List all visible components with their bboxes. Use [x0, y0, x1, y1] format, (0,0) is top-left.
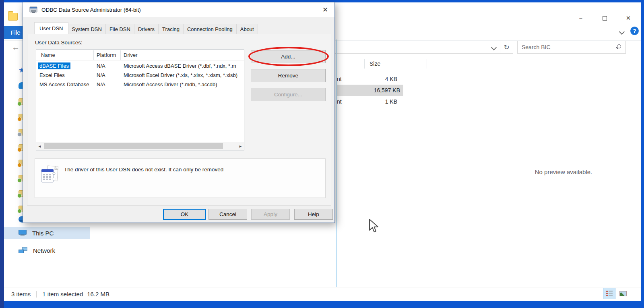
user-data-sources-label: User Data Sources: — [35, 40, 83, 46]
file-size[interactable]: 1 KB — [337, 98, 397, 105]
network-icon — [19, 247, 27, 254]
search-icon — [616, 44, 621, 50]
remove-button[interactable]: Remove — [251, 69, 326, 82]
dsn-list-header: Name Platform Driver — [36, 50, 244, 60]
ribbon-collapse-chevron-icon[interactable] — [619, 29, 624, 34]
apply-button: Apply — [251, 209, 290, 220]
dialog-title: ODBC Data Source Administrator (64-bit) — [41, 7, 141, 13]
minimize-button[interactable]: − — [572, 12, 590, 24]
status-selection-size: 16.2 MB — [87, 291, 109, 298]
scroll-left-icon[interactable]: ◄ — [36, 142, 43, 150]
this-pc-icon — [19, 230, 27, 236]
column-separator[interactable] — [364, 59, 365, 69]
dsn-name-selected: dBASE Files — [38, 62, 70, 69]
sync-status-badge — [17, 117, 22, 121]
dsn-platform: N/A — [97, 81, 105, 87]
thumbnail-view-icon — [619, 291, 627, 296]
explorer-folder-icon — [8, 13, 18, 21]
horizontal-scrollbar[interactable]: ◄ ► — [36, 142, 244, 150]
sidebar-item-this-pc[interactable]: This PC — [4, 227, 90, 239]
dsn-name: Excel Files — [39, 72, 65, 78]
platform-column-header[interactable]: Platform — [97, 52, 116, 58]
tab-strip: User DSN System DSN File DSN Drivers Tra… — [34, 22, 258, 34]
configure-button: Configure... — [251, 88, 326, 101]
tab-user-dsn[interactable]: User DSN — [34, 22, 68, 34]
annotation-red-ellipse — [248, 47, 329, 66]
thumbnail-view-button[interactable] — [617, 288, 629, 299]
dialog-close-icon[interactable]: ✕ — [319, 4, 331, 15]
status-selection: 1 item selected — [42, 291, 83, 298]
odbc-app-icon — [29, 6, 37, 13]
refresh-button[interactable]: ↻ — [500, 41, 513, 54]
preview-pane-message: No preview available. — [503, 169, 624, 175]
status-bar: 3 items 1 item selected 16.2 MB — [4, 287, 641, 301]
address-dropdown-chevron-icon[interactable] — [491, 45, 496, 50]
dsn-driver: Microsoft Access Driver (*.mdb, *.accdb) — [124, 81, 217, 87]
sync-status-badge — [17, 163, 22, 167]
tab-about[interactable]: About — [237, 24, 258, 34]
dsn-driver: Microsoft Access dBASE Driver (*.dbf, *.… — [124, 63, 236, 69]
sidebar-item-label: Network — [33, 247, 55, 254]
search-box[interactable] — [517, 41, 626, 54]
sync-status-badge — [17, 209, 22, 213]
back-button[interactable]: ← — [10, 42, 22, 52]
details-view-icon — [606, 291, 613, 296]
screen: − ✕ File ? ← ↻ Size nt 4 KB 16,597 KB nt… — [0, 0, 644, 308]
dsn-name: MS Access Database — [39, 81, 89, 87]
driver-column-header[interactable]: Driver — [124, 52, 138, 58]
file-size[interactable]: 16,597 KB — [340, 87, 400, 94]
tab-drivers[interactable]: Drivers — [134, 24, 159, 34]
sync-status-badge — [17, 194, 22, 198]
info-message: The driver of this User DSN does not exi… — [64, 166, 223, 173]
odbc-administrator-dialog: ODBC Data Source Administrator (64-bit) … — [23, 2, 335, 223]
close-button[interactable]: ✕ — [619, 12, 638, 24]
column-separator — [120, 50, 121, 60]
status-item-count: 3 items — [11, 291, 31, 298]
mouse-cursor — [369, 219, 379, 233]
frame-left-strip — [0, 0, 4, 308]
dsn-driver: Microsoft Excel Driver (*.xls, *.xlsx, *… — [124, 72, 237, 78]
quick-access-toolbar-divider — [21, 13, 21, 21]
size-column-header[interactable]: Size — [369, 60, 380, 67]
name-column-header[interactable]: Name — [41, 52, 55, 58]
scrollbar-thumb[interactable] — [44, 143, 223, 149]
tab-tracing[interactable]: Tracing — [159, 24, 184, 34]
tab-connection-pooling[interactable]: Connection Pooling — [184, 24, 237, 34]
tab-system-dsn[interactable]: System DSN — [68, 24, 106, 34]
sync-status-badge — [17, 148, 22, 152]
dsn-platform: N/A — [97, 72, 105, 78]
file-size[interactable]: 4 KB — [337, 76, 397, 82]
dsn-row-msaccess[interactable]: MS Access Database N/A Microsoft Access … — [36, 80, 244, 89]
status-divider — [36, 291, 37, 298]
maximize-button[interactable] — [595, 12, 614, 24]
help-button[interactable]: Help — [294, 209, 333, 220]
dsn-platform: N/A — [97, 63, 105, 69]
column-separator — [93, 50, 94, 60]
sync-status-badge — [17, 102, 22, 106]
sidebar-item-label: This PC — [32, 230, 54, 237]
sync-status-badge — [17, 178, 22, 183]
dsn-document-icon — [41, 164, 59, 185]
info-panel: The driver of this User DSN does not exi… — [35, 158, 326, 198]
sync-status-badge — [17, 132, 22, 137]
cancel-button[interactable]: Cancel — [208, 209, 247, 220]
details-view-button[interactable] — [603, 288, 615, 299]
dialog-title-bar[interactable]: ODBC Data Source Administrator (64-bit) … — [23, 2, 334, 17]
maximize-icon — [603, 16, 607, 21]
scroll-right-icon[interactable]: ► — [237, 142, 244, 150]
search-input[interactable] — [522, 44, 616, 50]
dsn-row-excel[interactable]: Excel Files N/A Microsoft Excel Driver (… — [36, 71, 244, 80]
ok-button[interactable]: OK — [163, 209, 206, 220]
column-separator[interactable] — [427, 59, 427, 69]
dsn-listbox[interactable]: Name Platform Driver dBASE Files N/A Mic… — [36, 50, 244, 150]
help-icon[interactable]: ? — [630, 27, 639, 35]
sidebar-item-network[interactable]: Network — [4, 244, 90, 256]
tab-file-dsn[interactable]: File DSN — [106, 24, 134, 34]
dsn-row-dbase[interactable]: dBASE Files N/A Microsoft Access dBASE D… — [36, 62, 244, 71]
